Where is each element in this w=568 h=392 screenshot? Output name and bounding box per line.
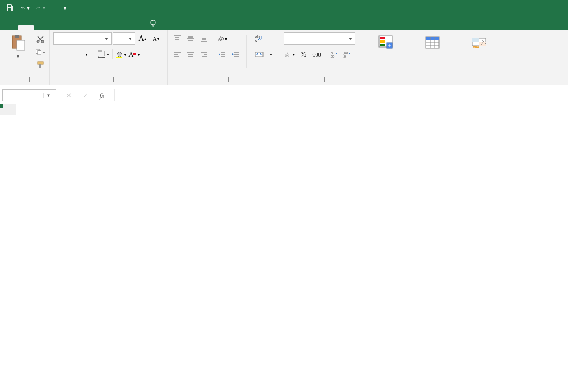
align-left-button[interactable] [171, 48, 183, 60]
conditional-formatting-button[interactable] [363, 32, 409, 54]
lightbulb-icon [149, 20, 157, 27]
comma-button[interactable]: 000 [311, 48, 323, 60]
undo-icon [20, 4, 25, 11]
save-button[interactable] [4, 3, 15, 13]
tab-pagelayout[interactable] [49, 25, 65, 30]
copy-button[interactable]: ▼ [35, 46, 46, 58]
paste-icon [9, 34, 27, 52]
cut-icon [36, 35, 45, 44]
cut-button[interactable] [35, 34, 46, 45]
align-top-icon [173, 35, 181, 43]
underline-button[interactable]: ▼ [80, 48, 93, 60]
save-icon [6, 4, 13, 12]
ribbon: ▼ ▼ ▼ ▼ A▴ A▾ ▼ ▼ [0, 30, 568, 85]
formula-bar: ▼ ✕ ✓ fx [0, 87, 568, 104]
dialog-launcher[interactable] [319, 77, 325, 82]
align-center-button[interactable] [184, 48, 197, 60]
fill-color-button[interactable]: ▼ [115, 48, 127, 60]
align-bottom-button[interactable] [198, 32, 210, 45]
group-alignment: ab▼ abc [168, 30, 280, 85]
dropdown-icon[interactable]: ▼ [26, 6, 30, 10]
format-as-table-button[interactable] [411, 32, 454, 54]
tell-me[interactable] [144, 17, 166, 30]
dialog-launcher[interactable] [24, 77, 30, 82]
name-box[interactable]: ▼ [2, 89, 56, 101]
dialog-launcher[interactable] [108, 77, 114, 82]
table-icon [423, 34, 441, 52]
fill-icon [115, 50, 123, 58]
tab-data[interactable] [81, 25, 96, 30]
font-family-select[interactable]: ▼ [53, 32, 112, 45]
svg-rect-56 [426, 37, 439, 40]
tab-file[interactable] [2, 25, 18, 30]
svg-rect-10 [38, 62, 43, 64]
bold-button[interactable] [53, 48, 66, 60]
percent-button[interactable]: % [297, 48, 310, 60]
group-number: ▼ ☆▼ % 000 ,0,00 ,00,0 [280, 30, 359, 85]
dialog-launcher[interactable] [223, 77, 229, 82]
name-box-dropdown[interactable]: ▼ [43, 93, 53, 98]
qat-customize-button[interactable]: ▼ [60, 3, 70, 13]
group-font: ▼ ▼ A▴ A▾ ▼ ▼ ▼ A▼ [50, 30, 168, 85]
font-color-button[interactable]: A▼ [128, 48, 141, 60]
tab-insert[interactable] [34, 25, 49, 30]
cell-styles-icon [470, 34, 488, 52]
align-top-button[interactable] [171, 32, 183, 45]
align-middle-icon [187, 35, 195, 43]
insert-function-button[interactable]: fx [95, 90, 109, 102]
svg-rect-62 [472, 38, 479, 42]
orientation-button[interactable]: ab▼ [216, 32, 228, 45]
select-all-corner[interactable] [0, 104, 16, 115]
increase-decimal-button[interactable]: ,0,00 [327, 48, 340, 60]
decrease-indent-button[interactable] [216, 48, 228, 60]
svg-point-2 [151, 20, 155, 25]
cell-styles-button[interactable] [456, 32, 502, 54]
paste-button[interactable]: ▼ [3, 32, 33, 60]
svg-rect-51 [380, 44, 385, 46]
decrease-indent-icon [218, 50, 226, 58]
merge-center-button[interactable]: ▼ [251, 48, 276, 60]
title-bar: ▼ ▼ ▼ [0, 0, 568, 16]
redo-button[interactable]: ▼ [36, 3, 46, 13]
decrease-decimal-button[interactable]: ,00,0 [341, 48, 353, 60]
accounting-button[interactable]: ☆▼ [284, 48, 296, 60]
align-middle-button[interactable] [184, 32, 197, 45]
dropdown-icon[interactable]: ▼ [42, 6, 46, 10]
svg-rect-0 [8, 5, 11, 7]
inc-dec-icon: ,0,00 [330, 50, 338, 58]
border-icon [98, 50, 105, 58]
wrap-icon: abc [255, 34, 264, 43]
font-size-select[interactable]: ▼ [113, 32, 135, 45]
name-box-input[interactable] [3, 91, 43, 99]
tab-start[interactable] [18, 25, 34, 30]
group-clipboard: ▼ ▼ [0, 30, 50, 85]
separator [53, 3, 53, 12]
borders-button[interactable]: ▼ [98, 48, 110, 60]
formula-input[interactable] [114, 89, 568, 101]
tab-help[interactable] [128, 25, 144, 30]
svg-rect-1 [8, 8, 11, 11]
format-painter-button[interactable] [35, 59, 46, 71]
grow-font-button[interactable]: A▴ [136, 32, 149, 45]
increase-indent-button[interactable] [229, 48, 242, 60]
italic-button[interactable] [67, 48, 79, 60]
number-format-select[interactable]: ▼ [284, 32, 355, 45]
tab-review[interactable] [96, 25, 112, 30]
svg-point-64 [482, 40, 483, 41]
shrink-font-button[interactable]: A▾ [150, 32, 162, 45]
svg-text:,0: ,0 [343, 55, 347, 58]
align-right-button[interactable] [198, 48, 210, 60]
tab-view[interactable] [112, 25, 128, 30]
quick-access-toolbar: ▼ ▼ ▼ [0, 3, 70, 13]
redo-icon [36, 4, 41, 11]
align-bottom-icon [200, 35, 208, 43]
align-center-icon [187, 50, 195, 58]
cancel-formula-button[interactable]: ✕ [62, 90, 75, 102]
undo-button[interactable]: ▼ [20, 3, 30, 13]
tab-formulas[interactable] [65, 25, 81, 30]
svg-text:ab: ab [255, 35, 260, 39]
ribbon-tabs [0, 16, 568, 30]
wrap-text-button[interactable]: abc [251, 32, 276, 45]
enter-formula-button[interactable]: ✓ [78, 90, 92, 102]
dropdown-icon: ▼ [63, 6, 67, 11]
